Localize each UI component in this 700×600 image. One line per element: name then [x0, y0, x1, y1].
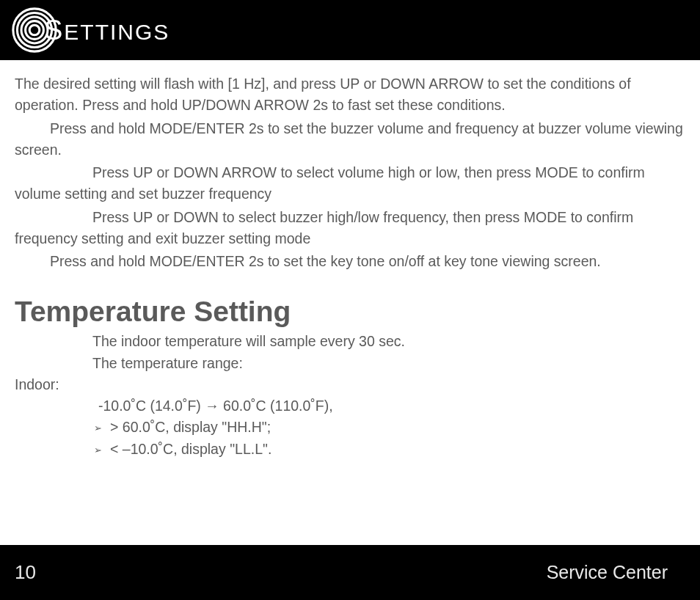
paragraph-5: Press and hold MODE/ENTER 2s to set the … [15, 251, 685, 272]
page-number: 10 [15, 561, 36, 584]
bullet-2-text: < –10.0˚C, display "LL.L". [94, 439, 271, 460]
svg-point-4 [29, 25, 40, 35]
bullet-2: < –10.0˚C, display "LL.L". [15, 439, 685, 460]
bullet-1-text: > 60.0˚C, display "HH.H"; [94, 417, 271, 438]
paragraph-4: Press UP or DOWN to select buzzer high/l… [15, 207, 685, 250]
content-area: The desired setting will flash with [1 H… [0, 60, 700, 460]
header-title-first: S [44, 15, 64, 45]
header-bar: SETTINGS [0, 0, 700, 60]
paragraph-3: Press UP or DOWN ARROW to select volume … [15, 162, 685, 205]
sub-line-2: The temperature range: [15, 353, 685, 374]
range-line: -10.0˚C (14.0˚F) → 60.0˚C (110.0˚F), [15, 395, 685, 417]
indoor-label: Indoor: [15, 374, 685, 395]
paragraph-1: The desired setting will flash with [1 H… [15, 73, 685, 117]
svg-point-3 [26, 21, 44, 40]
footer-label: Service Center [547, 562, 668, 583]
header-title-rest: ETTINGS [64, 20, 169, 44]
bullet-1: > 60.0˚C, display "HH.H"; [15, 417, 685, 438]
footer-bar: 10 Service Center [0, 545, 700, 600]
section-title: Temperature Setting [15, 296, 685, 328]
header-title: SETTINGS [44, 15, 169, 46]
sub-line-1: The indoor temperature will sample every… [15, 331, 685, 352]
paragraph-2: Press and hold MODE/ENTER 2s to set the … [15, 118, 685, 161]
